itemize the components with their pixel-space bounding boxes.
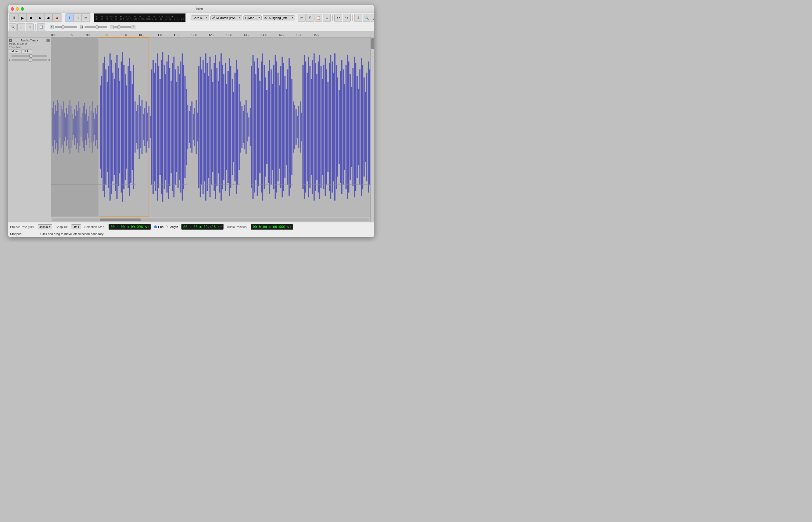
end-radio[interactable] [154,225,157,228]
vu-meter[interactable]: -57 -54 -51 -48 -45 -42 -39 -33 -27 -24 … [94,14,185,22]
envelope-tool[interactable]: ↔ [74,14,82,22]
microphone-dropdown[interactable]: 🎤 Mikrofon (inte... ▼ [211,15,242,20]
svg-rect-195 [310,66,311,188]
svg-rect-14 [65,118,66,137]
length-radio[interactable] [165,225,167,228]
svg-rect-28 [81,118,81,137]
scissors-icon[interactable]: ✂ [298,14,305,22]
copy-icon[interactable]: ⎘ [306,14,314,22]
pause-button[interactable]: ⏸ [9,14,18,22]
playback-speed-slider[interactable] [55,26,77,28]
undo-icon[interactable]: ↩ [334,14,342,22]
svg-rect-144 [239,84,240,170]
v-scrollbar[interactable] [371,38,374,222]
audio-position-input[interactable]: 00 h 00 m 00.000 s ▼ [251,224,293,230]
end-time-input[interactable]: 00 h 00 m 09.416 s ▼ [181,224,223,230]
selection-start-input[interactable]: 00 h 00 m 09.096 s ▼ [108,224,151,230]
statusbar-row2: Stopped. Click and drag to move left sel… [10,232,372,236]
trim-icon[interactable]: ≡ [323,14,331,22]
svg-rect-29 [82,113,82,142]
toolbar-row2: 🔍 ↔ ✳ 🔄 🔊 🎧 − + [8,23,374,31]
svg-rect-139 [232,79,233,175]
zoom-small-icon[interactable]: − [110,25,114,29]
snap-value: Off [73,225,76,228]
next-button[interactable]: ⏭ [44,14,53,22]
monitor-volume-slider[interactable] [84,26,107,28]
svg-rect-182 [291,79,292,175]
zoom-plus-icon[interactable]: + [132,25,135,29]
multi-tool[interactable]: ✳ [26,23,34,31]
scrub-icon[interactable]: 🔄 [37,23,45,31]
ruler-mark-9: 9.0 [86,34,90,37]
svg-rect-8 [58,103,59,151]
svg-rect-169 [273,65,275,189]
svg-rect-103 [182,54,183,201]
svg-rect-199 [315,63,316,191]
svg-rect-173 [279,85,280,168]
channel-dropdown[interactable]: 1 (Mon... ▼ [243,15,262,20]
solo-button[interactable]: Solo [21,49,32,54]
select-tool[interactable]: I [66,14,74,22]
ruler-mark-13: 13.0 [226,34,232,37]
svg-rect-81 [151,69,152,184]
audio-position-value: 00 h 00 m 00.000 s [253,225,289,229]
svg-rect-31 [84,103,85,151]
record-button[interactable]: ● [53,14,61,22]
svg-rect-187 [298,106,299,148]
svg-rect-136 [227,71,229,183]
v-scroll-thumb[interactable] [371,38,374,49]
ruler-mark-10: 10.0 [121,34,126,37]
maximize-button[interactable] [21,7,24,11]
ruler-mark-11: 11.0 [156,34,161,37]
svg-rect-234 [363,78,364,177]
svg-rect-184 [294,105,295,149]
speaker-small-icon: 🔊 [50,25,54,29]
svg-rect-128 [216,68,217,186]
svg-rect-50 [108,66,109,188]
svg-rect-74 [141,100,142,154]
gain-slider[interactable] [12,55,47,57]
mute-button[interactable]: Mute [9,49,20,54]
close-button[interactable] [11,7,14,11]
statusbar: Project Rate (Hz): 44100 ▼ Snap To: Off … [8,222,374,237]
minimize-button[interactable] [16,7,19,11]
stop-button[interactable]: ■ [27,14,35,22]
svg-rect-238 [369,69,370,184]
svg-rect-117 [201,69,202,184]
snap-to-select[interactable]: Off ▼ [71,224,81,229]
h-scrollbar[interactable] [52,219,369,221]
svg-rect-224 [350,74,351,180]
track-collapse-icon[interactable]: ▼ [46,39,50,42]
scrollbar-thumb[interactable] [100,219,141,221]
svg-rect-121 [207,63,208,191]
fit-tool[interactable]: ↔ [17,23,25,31]
svg-rect-229 [356,76,358,178]
track-sample-rate: Mono, 44100Hz [9,42,50,45]
project-rate-select[interactable]: 44100 ▼ [38,224,52,229]
pan-slider[interactable] [12,59,47,61]
zoom-tool[interactable]: 🔍 [9,23,17,31]
metronome-icon[interactable]: ♩ [354,14,362,22]
zoom-out-icon[interactable]: 🔎 [371,14,374,22]
redo-icon[interactable]: ↪ [343,14,351,22]
waveform-container[interactable]: 0 -10 -15 -20 -25 -30 -35 -40 -45 -50 -6… [51,38,371,222]
prev-button[interactable]: ⏮ [36,14,44,22]
transport-controls: ⏸ ▶ ■ ⏮ ⏭ ● [9,14,62,22]
paste-icon[interactable]: 📋 [315,14,322,22]
svg-rect-64 [127,66,129,188]
svg-rect-203 [320,66,321,188]
core-audio-label: Core A... [193,16,204,20]
core-audio-dropdown[interactable]: Core A... ▼ [191,15,209,20]
output-dropdown[interactable]: 🔊 Ausgang (inte... ▼ [263,15,295,20]
track-close-icon[interactable]: ✕ [9,39,12,42]
draw-tool[interactable]: ✏ [82,14,90,22]
svg-rect-207 [326,69,327,184]
zoom-in-icon[interactable]: 🔍 [363,14,371,22]
svg-rect-125 [212,82,213,172]
svg-rect-157 [257,58,258,196]
svg-rect-120 [205,54,206,201]
zoom-slider[interactable] [114,26,131,28]
svg-rect-168 [272,84,273,170]
svg-rect-231 [359,69,360,184]
play-button[interactable]: ▶ [18,14,26,22]
